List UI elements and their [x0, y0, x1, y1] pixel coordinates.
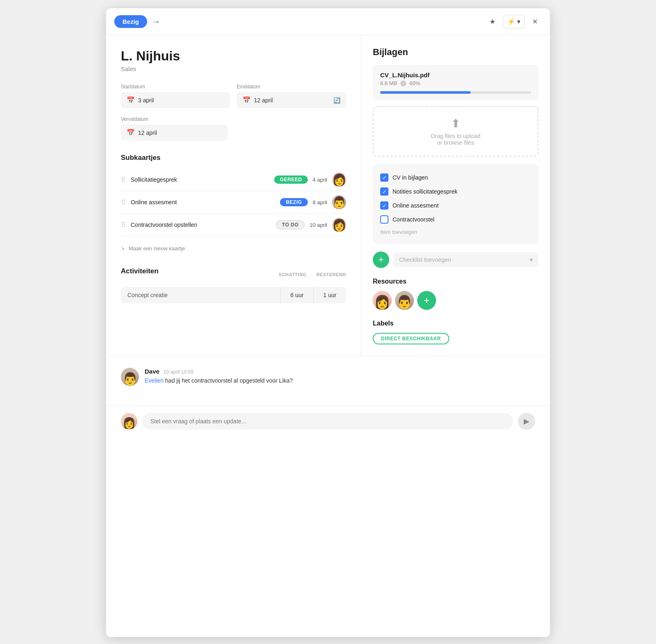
bijlagen-title: Bijlagen — [373, 47, 538, 58]
checklist-item: Online assesment — [380, 199, 531, 212]
activities-title: Activiteiten — [121, 267, 159, 275]
next-button[interactable]: → — [152, 17, 160, 26]
checkbox-2[interactable] — [380, 187, 388, 196]
file-meta: 8.8 MB 60% — [380, 80, 531, 86]
activity-select[interactable]: Concept creatie — [121, 287, 280, 303]
checklist-input[interactable]: Checklist toevoegen ▾ — [393, 252, 538, 267]
checklist-label: Contractvoorstel — [393, 216, 434, 223]
comments-section: 👨 Dave 10 april 10:59 Evelien had jij he… — [106, 356, 550, 406]
comment-row: 👨 Dave 10 april 10:59 Evelien had jij he… — [121, 368, 535, 386]
subcards-title: Subkaartjes — [121, 154, 346, 162]
checklist-input-placeholder: Checklist toevoegen — [399, 256, 451, 263]
comment-text: Evelien had jij het contractvoorstel al … — [145, 376, 535, 385]
comment-mention: Evelien — [145, 377, 164, 384]
file-progress-label: 60% — [409, 80, 420, 86]
start-date-value: 3 april — [138, 97, 154, 104]
expire-date-value: 12 april — [138, 129, 157, 136]
header-left: Bezig → — [114, 15, 160, 28]
checklist: CV in bijlagen Notities sollicitategespr… — [373, 164, 538, 244]
subcard-avatar: 👩 — [332, 173, 346, 187]
star-button[interactable]: ★ — [485, 15, 499, 28]
add-checklist-row: + Checklist toevoegen ▾ — [373, 252, 538, 268]
close-button[interactable]: ✕ — [528, 15, 542, 28]
start-date-label: Startdatum — [121, 84, 230, 90]
modal-header: Bezig → ★ ⚡ ▾ ✕ — [106, 8, 550, 35]
upload-icon: ⬆ — [383, 117, 528, 130]
subcard-avatar: 👩 — [332, 218, 346, 232]
checklist-label: Online assesment — [393, 202, 439, 209]
schatting-label: SCHATTING — [279, 272, 307, 277]
drag-handle-icon[interactable]: ⠿ — [121, 199, 126, 206]
checklist-label: CV in bijlagen — [393, 174, 428, 181]
end-date-input[interactable]: 📅 12 april 🔄 — [237, 92, 346, 108]
expire-date-input[interactable]: 📅 12 april — [121, 125, 228, 141]
start-date-field: Startdatum 📅 3 april — [121, 84, 230, 108]
right-panel: Bijlagen CV_L.Nijhuis.pdf 8.8 MB 60% ⬆ D… — [361, 35, 550, 356]
status-button[interactable]: Bezig — [114, 15, 147, 28]
subcard-date: 4 april — [313, 177, 327, 183]
comment-author: Dave — [145, 368, 159, 375]
checklist-item: Contractvoorstel — [380, 212, 531, 226]
subcard-badge: TO DO — [276, 220, 305, 229]
new-card-link[interactable]: ↳ Maak een nieuw kaartje — [121, 243, 346, 254]
comment-body: Dave 10 april 10:59 Evelien had jij het … — [145, 368, 535, 386]
modal-body: L. Nijhuis Sales Startdatum 📅 3 april Ei… — [106, 35, 550, 356]
drag-handle-icon[interactable]: ⠿ — [121, 176, 126, 184]
subcard-row: ⠿ Online assesment BEZIG 8 april 👨 — [121, 191, 346, 214]
drag-handle-icon[interactable]: ⠿ — [121, 221, 126, 229]
dates-grid: Startdatum 📅 3 april Einddatum 📅 12 apri… — [121, 84, 346, 108]
subcard-name: Online assesment — [131, 199, 275, 205]
checkbox-4[interactable] — [380, 215, 388, 224]
person-name: L. Nijhuis — [121, 48, 346, 64]
activities-labels: SCHATTING RESTEREND — [279, 272, 346, 277]
label-badge: DIRECT BESCHIKBAAR — [373, 333, 449, 344]
upload-zone[interactable]: ⬆ Drag files to upload or browse files — [373, 106, 538, 157]
checklist-item: Notities sollicitategesprek — [380, 185, 531, 199]
subcard-list: ⠿ Sollicitatiegesprek GEREED 4 april 👩 ⠿… — [121, 169, 346, 236]
chevron-icon: ▾ — [517, 18, 520, 25]
new-card-label: Maak een nieuw kaartje — [129, 245, 185, 252]
send-icon: ▶ — [524, 417, 529, 426]
add-item-link[interactable]: Item toevoegen — [380, 226, 531, 238]
arrow-subcard-icon: ↳ — [121, 245, 125, 252]
upload-sub: or browse files — [383, 139, 528, 146]
end-date-value: 12 april — [254, 97, 273, 104]
checklist-label: Notities sollicitategesprek — [393, 188, 457, 195]
checkbox-1[interactable] — [380, 173, 388, 182]
resterend-label: RESTEREND — [316, 272, 346, 277]
resource-avatar-2: 👨 — [395, 291, 414, 310]
refresh-icon[interactable]: 🔄 — [333, 97, 340, 104]
subcard-date: 10 april — [310, 222, 327, 228]
resources-title: Resources — [373, 278, 538, 285]
resterend-input[interactable] — [313, 287, 346, 303]
subcard-badge: BEZIG — [280, 198, 307, 206]
send-button[interactable]: ▶ — [518, 413, 535, 430]
activities-header: Activiteiten SCHATTING RESTEREND — [121, 267, 346, 282]
calendar-icon-3: 📅 — [127, 129, 135, 136]
add-checklist-button[interactable]: + — [373, 252, 389, 268]
progress-bar-bg — [380, 91, 531, 94]
file-card: CV_L.Nijhuis.pdf 8.8 MB 60% — [373, 65, 538, 100]
start-date-input[interactable]: 📅 3 april — [121, 92, 230, 108]
subcard-name: Sollicitatiegesprek — [131, 176, 269, 183]
calendar-icon-2: 📅 — [243, 96, 251, 104]
comment-input-avatar: 👩 — [121, 413, 137, 429]
comment-header: Dave 10 april 10:59 — [145, 368, 535, 375]
checkbox-3[interactable] — [380, 201, 388, 210]
subcard-badge: GEREED — [274, 175, 308, 184]
comment-rest: had jij het contractvoorstel al opgestel… — [164, 377, 293, 384]
checklist-item: CV in bijlagen — [380, 171, 531, 185]
end-date-field: Einddatum 📅 12 april 🔄 — [237, 84, 346, 108]
schatting-input[interactable] — [280, 287, 313, 303]
lightning-button[interactable]: ⚡ ▾ — [503, 15, 525, 28]
end-date-label: Einddatum — [237, 84, 346, 90]
comment-time: 10 april 10:59 — [164, 369, 194, 375]
progress-bar-fill — [380, 91, 471, 94]
add-resource-button[interactable]: + — [417, 291, 436, 310]
subcard-row: ⠿ Contractvoorstel opstellen TO DO 10 ap… — [121, 214, 346, 236]
subcard-name: Contractvoorstel opstellen — [131, 222, 271, 228]
activity-row: Concept creatie — [121, 287, 346, 303]
comment-input[interactable] — [142, 413, 513, 429]
left-panel: L. Nijhuis Sales Startdatum 📅 3 april Ei… — [106, 35, 361, 356]
file-status-icon — [400, 81, 406, 86]
